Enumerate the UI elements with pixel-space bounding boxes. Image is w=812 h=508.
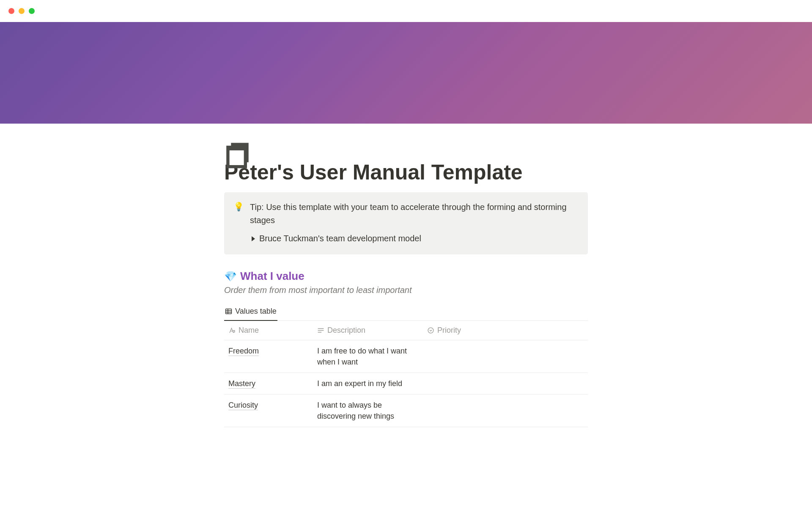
section-subtitle[interactable]: Order them from most important to least … bbox=[224, 285, 588, 295]
row-description[interactable]: I want to always be discovering new thin… bbox=[313, 395, 423, 427]
window-close-button[interactable] bbox=[8, 8, 14, 14]
window-minimize-button[interactable] bbox=[19, 8, 25, 14]
triangle-right-icon bbox=[252, 236, 255, 241]
page-icon[interactable] bbox=[224, 141, 255, 172]
table-row[interactable]: Curiosity I want to always be discoverin… bbox=[224, 395, 588, 427]
row-priority[interactable] bbox=[423, 373, 533, 395]
lightbulb-icon: 💡 bbox=[233, 201, 244, 245]
section-heading-text: What I value bbox=[240, 270, 304, 283]
row-extra[interactable] bbox=[533, 395, 588, 427]
row-extra[interactable] bbox=[533, 373, 588, 395]
database-view-tabs: Values table bbox=[224, 304, 588, 321]
section-heading-what-i-value[interactable]: 💎 What I value bbox=[224, 270, 588, 283]
callout-text[interactable]: Tip: Use this template with your team to… bbox=[250, 201, 579, 227]
table-row[interactable]: Freedom I am free to do what I want when… bbox=[224, 340, 588, 373]
title-property-icon bbox=[228, 327, 236, 334]
row-description[interactable]: I am an expert in my field bbox=[313, 373, 423, 395]
toggle-label: Bruce Tuckman's team development model bbox=[259, 232, 421, 245]
window-zoom-button[interactable] bbox=[29, 8, 35, 14]
window-titlebar bbox=[0, 0, 812, 22]
values-table: Name Description bbox=[224, 321, 588, 427]
page-cover[interactable] bbox=[0, 22, 812, 124]
gem-icon: 💎 bbox=[224, 271, 237, 282]
column-header-description[interactable]: Description bbox=[313, 321, 423, 340]
row-title[interactable]: Freedom bbox=[228, 347, 259, 356]
row-description[interactable]: I am free to do what I want when I want bbox=[313, 340, 423, 373]
svg-rect-4 bbox=[226, 309, 232, 314]
row-priority[interactable] bbox=[423, 340, 533, 373]
column-header-empty[interactable] bbox=[533, 321, 588, 340]
row-title[interactable]: Curiosity bbox=[228, 401, 258, 410]
svg-rect-3 bbox=[228, 147, 245, 150]
column-header-priority[interactable]: Priority bbox=[423, 321, 533, 340]
page-title[interactable]: Peter's User Manual Template bbox=[224, 160, 588, 185]
select-property-icon bbox=[427, 327, 434, 334]
toggle-tuckman-model[interactable]: Bruce Tuckman's team development model bbox=[252, 232, 579, 245]
tip-callout[interactable]: 💡 Tip: Use this template with your team … bbox=[224, 192, 588, 254]
tab-values-table[interactable]: Values table bbox=[224, 304, 277, 321]
table-icon bbox=[225, 308, 232, 315]
svg-point-11 bbox=[428, 328, 433, 333]
column-header-name[interactable]: Name bbox=[224, 321, 313, 340]
row-extra[interactable] bbox=[533, 340, 588, 373]
row-priority[interactable] bbox=[423, 395, 533, 427]
row-title[interactable]: Mastery bbox=[228, 379, 255, 389]
text-property-icon bbox=[317, 327, 324, 334]
table-header-row: Name Description bbox=[224, 321, 588, 340]
table-row[interactable]: Mastery I am an expert in my field bbox=[224, 373, 588, 395]
tab-label: Values table bbox=[235, 307, 277, 316]
